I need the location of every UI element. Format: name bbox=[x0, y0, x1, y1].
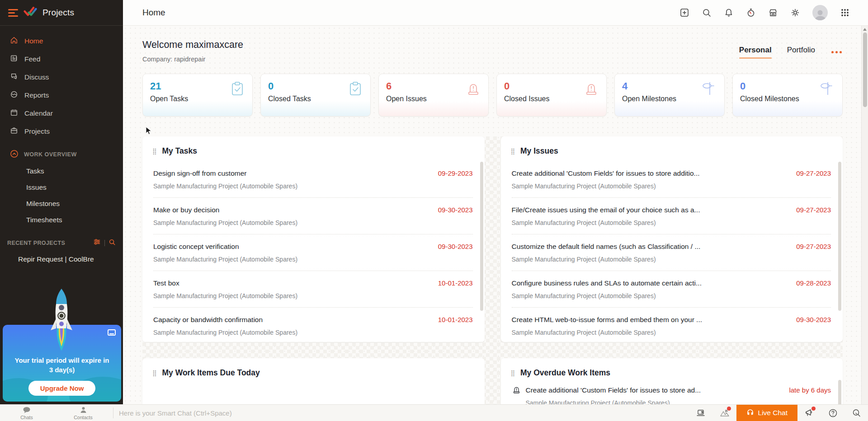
stat-open-tasks[interactable]: 21 Open Tasks bbox=[142, 74, 253, 117]
recent-project-item[interactable]: Repir Request | CoolBre bbox=[0, 251, 123, 267]
marketplace-icon[interactable] bbox=[768, 8, 778, 18]
divider bbox=[113, 407, 113, 418]
sidebar-item-reports[interactable]: Reports bbox=[0, 86, 123, 104]
widget-scrollbar[interactable] bbox=[838, 380, 841, 404]
issue-row[interactable]: Configure business rules and SLAs to aut… bbox=[512, 271, 831, 307]
task-row[interactable]: Capacity or bandwidth confirmationSample… bbox=[153, 307, 473, 342]
sidebar-item-label: Discuss bbox=[24, 73, 49, 81]
sidebar-item-issues[interactable]: Issues bbox=[0, 179, 123, 196]
stat-closed-milestones[interactable]: 0 Closed Milestones bbox=[732, 74, 843, 117]
stat-closed-issues[interactable]: 0 Closed Issues bbox=[496, 74, 607, 117]
issue-row[interactable]: File/Create issues using the email of yo… bbox=[512, 197, 831, 234]
smart-chat-input[interactable] bbox=[119, 409, 689, 417]
announcement-megaphone-icon[interactable] bbox=[797, 405, 821, 421]
due-date: 09-30-2023 bbox=[796, 314, 831, 325]
stat-label: Open Tasks bbox=[150, 95, 245, 103]
drag-handle-icon[interactable]: ⣿ bbox=[152, 370, 157, 376]
sidebar-item-timesheets[interactable]: Timesheets bbox=[0, 212, 123, 228]
trail-guide-icon[interactable] bbox=[713, 405, 736, 421]
app-title: Projects bbox=[42, 8, 74, 18]
stat-label: Open Issues bbox=[386, 95, 481, 103]
view-tabs: Personal Portfolio bbox=[739, 39, 843, 59]
hamburger-menu-icon[interactable] bbox=[8, 9, 18, 17]
issue-row[interactable]: Customize the default field names (such … bbox=[512, 234, 831, 271]
task-row[interactable]: Make or buy decisionSample Manufacturing… bbox=[153, 197, 473, 234]
recent-projects-section-header: RECENT PROJECTS bbox=[0, 228, 123, 251]
overdue-row[interactable]: Create additional 'Custom Fields' for is… bbox=[512, 383, 831, 404]
due-date: 09-30-2023 bbox=[438, 241, 473, 252]
due-today-widget: ⣿ My Work Items Due Today bbox=[142, 358, 485, 404]
collapse-chevron-icon[interactable] bbox=[10, 150, 19, 159]
headset-icon bbox=[746, 408, 754, 418]
timer-icon[interactable] bbox=[746, 8, 756, 18]
scrollbar-thumb[interactable] bbox=[863, 33, 867, 107]
notifications-bell-icon[interactable] bbox=[724, 8, 734, 18]
upgrade-now-button[interactable]: Upgrade Now bbox=[28, 381, 96, 396]
apps-grid-icon[interactable] bbox=[840, 8, 850, 18]
bottombar: Chats Contacts Live Chat bbox=[0, 404, 868, 421]
sidebar-item-projects[interactable]: Projects bbox=[0, 122, 123, 140]
stat-label: Open Milestones bbox=[622, 95, 717, 103]
widget-scrollbar[interactable] bbox=[838, 162, 841, 311]
stats-row: 21 Open Tasks 0 Closed Tasks 6 Open Issu… bbox=[142, 74, 843, 117]
live-chat-button[interactable]: Live Chat bbox=[736, 405, 797, 421]
sidebar-item-calendar[interactable]: Calendar bbox=[0, 104, 123, 122]
filter-sliders-icon[interactable] bbox=[93, 238, 101, 248]
add-icon[interactable] bbox=[679, 8, 689, 18]
search-icon[interactable] bbox=[108, 239, 116, 248]
page-scrollbar[interactable] bbox=[861, 26, 868, 404]
minimize-banner-icon[interactable] bbox=[108, 329, 116, 336]
calendar-icon bbox=[10, 108, 18, 118]
due-date: 09-29-2023 bbox=[438, 168, 473, 178]
stat-open-milestones[interactable]: 4 Open Milestones bbox=[614, 74, 725, 117]
issue-row[interactable]: Create HTML web-to-issue forms and embed… bbox=[512, 307, 831, 342]
section-label: RECENT PROJECTS bbox=[7, 240, 93, 246]
breadcrumb: Home bbox=[142, 8, 165, 18]
sidebar-item-milestones[interactable]: Milestones bbox=[0, 196, 123, 212]
drag-handle-icon[interactable]: ⣿ bbox=[511, 370, 515, 376]
stat-label: Closed Tasks bbox=[268, 95, 363, 103]
drag-handle-icon[interactable]: ⣿ bbox=[152, 148, 157, 154]
task-row[interactable]: Design sign-off from customerSample Manu… bbox=[153, 161, 473, 197]
due-date: 09-27-2023 bbox=[796, 205, 831, 215]
contact-person-icon bbox=[80, 407, 87, 415]
tab-personal[interactable]: Personal bbox=[739, 46, 772, 59]
more-options-ellipsis-icon[interactable] bbox=[830, 48, 843, 56]
reports-icon bbox=[10, 90, 18, 100]
due-date: 09-28-2023 bbox=[796, 278, 831, 288]
settings-gear-icon[interactable] bbox=[790, 8, 800, 18]
task-row[interactable]: Logistic concept verificationSample Manu… bbox=[153, 234, 473, 271]
sidebar-menu: Home Feed Discuss Reports Calendar bbox=[0, 26, 123, 140]
discuss-icon bbox=[10, 72, 18, 82]
scroll-up-arrow-icon[interactable] bbox=[863, 28, 867, 31]
presenter-icon[interactable] bbox=[689, 405, 713, 421]
widget-title: My Work Items Due Today bbox=[162, 368, 260, 378]
drag-handle-icon[interactable]: ⣿ bbox=[511, 148, 515, 154]
stat-label: Closed Milestones bbox=[740, 95, 835, 103]
chats-label: Chats bbox=[20, 415, 33, 420]
widgets-grid: ⣿ My Tasks Design sign-off from customer… bbox=[142, 136, 843, 404]
sidebar-item-home[interactable]: Home bbox=[0, 32, 123, 50]
section-label: WORK OVERVIEW bbox=[24, 151, 77, 158]
live-chat-label: Live Chat bbox=[758, 409, 788, 417]
stat-closed-tasks[interactable]: 0 Closed Tasks bbox=[260, 74, 371, 117]
help-icon[interactable] bbox=[821, 405, 844, 421]
search-icon[interactable] bbox=[702, 8, 712, 18]
issue-row[interactable]: Create additional 'Custom Fields' for is… bbox=[512, 161, 831, 197]
chats-button[interactable]: Chats bbox=[20, 407, 33, 420]
page-title: Welcome maximaxcare bbox=[142, 39, 243, 51]
task-row[interactable]: Test boxSample Manufacturing Project (Au… bbox=[153, 271, 473, 307]
stat-open-issues[interactable]: 6 Open Issues bbox=[378, 74, 489, 117]
issue-alarm-icon bbox=[513, 386, 520, 396]
sidebar-item-label: Reports bbox=[24, 91, 49, 99]
contacts-button[interactable]: Contacts bbox=[74, 407, 92, 420]
widget-scrollbar[interactable] bbox=[480, 162, 483, 311]
sidebar-item-feed[interactable]: Feed bbox=[0, 50, 123, 68]
trial-message: Your trial period will expire in 3 day(s… bbox=[3, 356, 121, 374]
contacts-label: Contacts bbox=[74, 415, 92, 420]
sidebar-item-tasks[interactable]: Tasks bbox=[0, 163, 123, 179]
tab-portfolio[interactable]: Portfolio bbox=[787, 46, 815, 59]
user-avatar[interactable] bbox=[812, 5, 828, 20]
sidebar-item-discuss[interactable]: Discuss bbox=[0, 68, 123, 86]
zoom-lens-icon[interactable] bbox=[844, 405, 868, 421]
